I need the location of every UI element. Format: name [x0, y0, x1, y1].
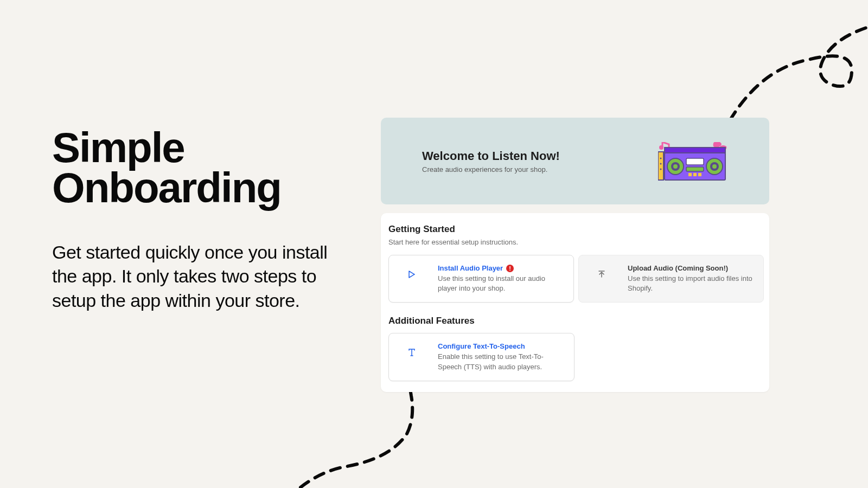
install-audio-player-card[interactable]: Install Audio Player ! Use this setting … [388, 255, 574, 303]
configure-tts-card[interactable]: Configure Text-To-Speech Enable this set… [388, 333, 575, 381]
feature-content: Upload Audio (Coming Soon!) Use this set… [628, 264, 754, 293]
alert-icon: ! [506, 265, 514, 272]
svg-point-2 [660, 163, 662, 165]
upload-icon [589, 271, 615, 278]
text-icon [399, 349, 425, 356]
feature-description: Enable this setting to use Text-To-Speec… [438, 352, 564, 371]
welcome-card: Welcome to Listen Now! Create audio expe… [381, 118, 769, 204]
svg-rect-17 [693, 173, 697, 176]
hero-title: Simple Onboarding [52, 127, 356, 208]
feature-description: Use this setting to import audio files i… [628, 274, 754, 293]
svg-rect-0 [658, 152, 663, 180]
feature-content: Install Audio Player ! Use this setting … [438, 264, 564, 293]
boombox-illustration-icon [658, 142, 729, 180]
getting-started-cards: Install Audio Player ! Use this setting … [388, 255, 764, 303]
hero-section: Simple Onboarding Get started quickly on… [52, 127, 356, 312]
svg-point-13 [712, 164, 717, 169]
svg-rect-14 [686, 158, 704, 165]
svg-point-3 [660, 169, 662, 170]
svg-point-4 [659, 145, 663, 150]
svg-rect-6 [665, 147, 725, 153]
content-card: Getting Started Start here for essential… [381, 213, 769, 392]
svg-point-10 [673, 164, 678, 169]
svg-rect-18 [698, 173, 701, 176]
welcome-title: Welcome to Listen Now! [422, 149, 560, 163]
feature-description: Use this setting to install our audio pl… [438, 274, 564, 293]
feature-title: Upload Audio (Coming Soon!) [628, 264, 754, 272]
welcome-text-block: Welcome to Listen Now! Create audio expe… [422, 149, 560, 174]
welcome-subtitle: Create audio experiences for your shop. [422, 165, 560, 174]
getting-started-subtitle: Start here for essential setup instructi… [388, 238, 764, 246]
getting-started-title: Getting Started [388, 224, 764, 235]
additional-features-title: Additional Features [388, 316, 764, 326]
feature-content: Configure Text-To-Speech Enable this set… [438, 342, 564, 371]
hero-subtitle: Get started quickly once you install the… [52, 240, 356, 312]
svg-rect-15 [686, 167, 704, 171]
onboarding-panel: Welcome to Listen Now! Create audio expe… [381, 118, 769, 392]
upload-audio-card: Upload Audio (Coming Soon!) Use this set… [578, 255, 764, 303]
feature-title: Configure Text-To-Speech [438, 342, 564, 350]
play-icon [399, 271, 425, 278]
svg-point-1 [660, 158, 662, 159]
additional-features-cards: Configure Text-To-Speech Enable this set… [388, 333, 764, 381]
feature-title: Install Audio Player ! [438, 264, 564, 272]
svg-rect-16 [688, 173, 692, 176]
